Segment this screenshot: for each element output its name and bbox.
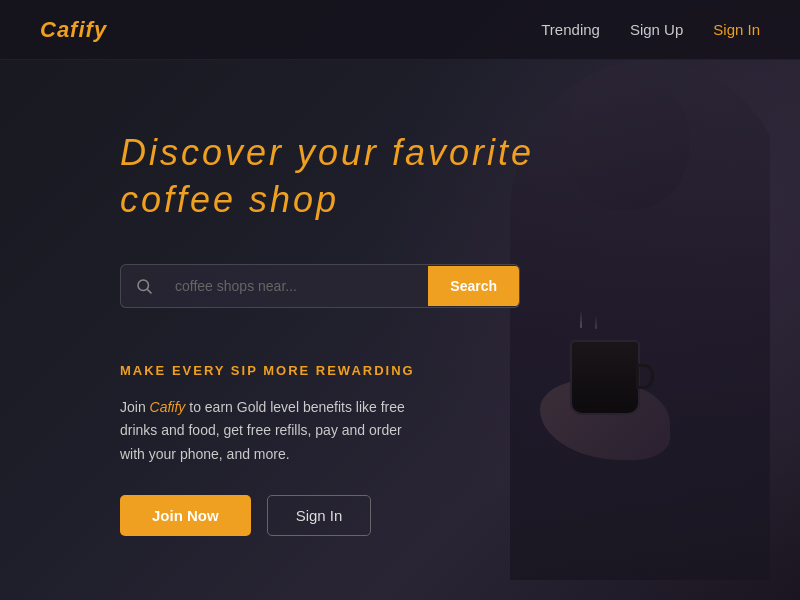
nav-links: Trending Sign Up Sign In (541, 21, 760, 38)
search-input[interactable] (167, 266, 428, 306)
svg-point-0 (138, 280, 149, 291)
nav-signup[interactable]: Sign Up (630, 21, 683, 38)
steam-2 (595, 315, 597, 329)
hero-title: Discover your favorite coffee shop (120, 130, 600, 224)
svg-line-1 (147, 289, 151, 293)
nav-trending[interactable]: Trending (541, 21, 600, 38)
promo-prefix: Join (120, 399, 150, 415)
cta-buttons: Join Now Sign In (120, 495, 430, 536)
navbar: Cafify Trending Sign Up Sign In (0, 0, 800, 60)
search-icon (121, 265, 167, 307)
search-bar: Search (120, 264, 520, 308)
search-button[interactable]: Search (428, 266, 519, 306)
promo-text: Join Cafify to earn Gold level benefits … (120, 396, 430, 467)
search-svg (135, 277, 153, 295)
coffee-cup-hand (520, 330, 680, 460)
hero-title-line2: coffee shop (120, 179, 339, 220)
hero-section: Discover your favorite coffee shop Searc… (0, 60, 800, 308)
promo-brand: Cafify (150, 399, 186, 415)
hero-title-line1: Discover your favorite (120, 132, 534, 173)
promo-heading: MAKE EVERY SIP MORE REWARDING (120, 363, 430, 378)
sign-in-button[interactable]: Sign In (267, 495, 372, 536)
steam-1 (580, 310, 582, 328)
cup-handle (636, 364, 654, 389)
promo-section: MAKE EVERY SIP MORE REWARDING Join Cafif… (0, 308, 430, 536)
join-now-button[interactable]: Join Now (120, 495, 251, 536)
cup-shape (570, 340, 640, 415)
brand-logo: Cafify (40, 17, 107, 43)
nav-signin[interactable]: Sign In (713, 21, 760, 38)
